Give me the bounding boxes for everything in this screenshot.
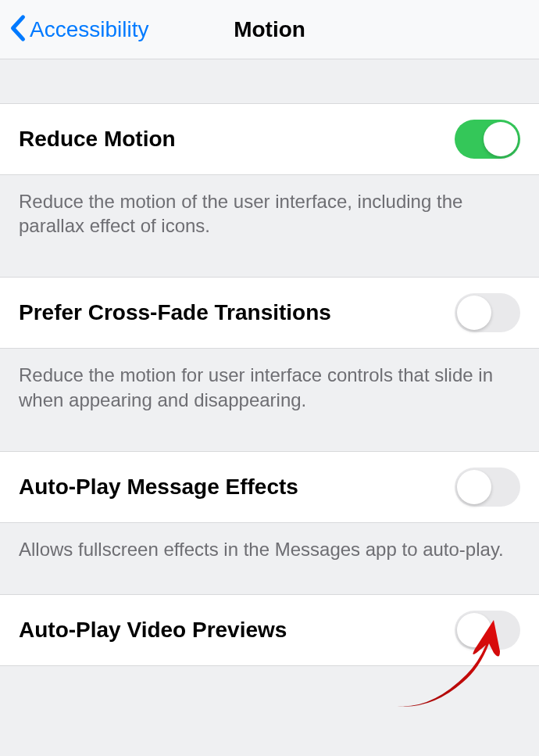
back-label: Accessibility — [30, 17, 148, 42]
toggle-cross-fade[interactable] — [455, 293, 520, 332]
chevron-left-icon — [9, 14, 27, 45]
setting-row-message-effects[interactable]: Auto-Play Message Effects — [0, 451, 539, 523]
setting-label: Reduce Motion — [19, 127, 176, 152]
toggle-message-effects[interactable] — [455, 468, 520, 507]
setting-label: Prefer Cross-Fade Transitions — [19, 300, 331, 325]
toggle-knob — [457, 296, 491, 330]
setting-row-reduce-motion[interactable]: Reduce Motion — [0, 103, 539, 175]
toggle-knob — [484, 122, 518, 156]
toggle-knob — [457, 613, 491, 647]
setting-label: Auto-Play Message Effects — [19, 475, 298, 500]
setting-description: Allows fullscreen effects in the Message… — [0, 523, 539, 575]
toggle-knob — [457, 470, 491, 504]
back-button[interactable]: Accessibility — [0, 14, 148, 45]
spacer — [0, 575, 539, 594]
toggle-video-previews[interactable] — [455, 611, 520, 650]
setting-label: Auto-Play Video Previews — [19, 618, 287, 643]
setting-row-video-previews[interactable]: Auto-Play Video Previews — [0, 594, 539, 666]
setting-description: Reduce the motion of the user interface,… — [0, 175, 539, 252]
toggle-reduce-motion[interactable] — [455, 120, 520, 159]
setting-row-cross-fade[interactable]: Prefer Cross-Fade Transitions — [0, 277, 539, 349]
nav-bar: Accessibility Motion — [0, 0, 539, 59]
page-title: Motion — [234, 17, 305, 42]
spacer — [0, 426, 539, 451]
setting-description: Reduce the motion for user interface con… — [0, 349, 539, 425]
spacer — [0, 59, 539, 103]
spacer — [0, 252, 539, 277]
